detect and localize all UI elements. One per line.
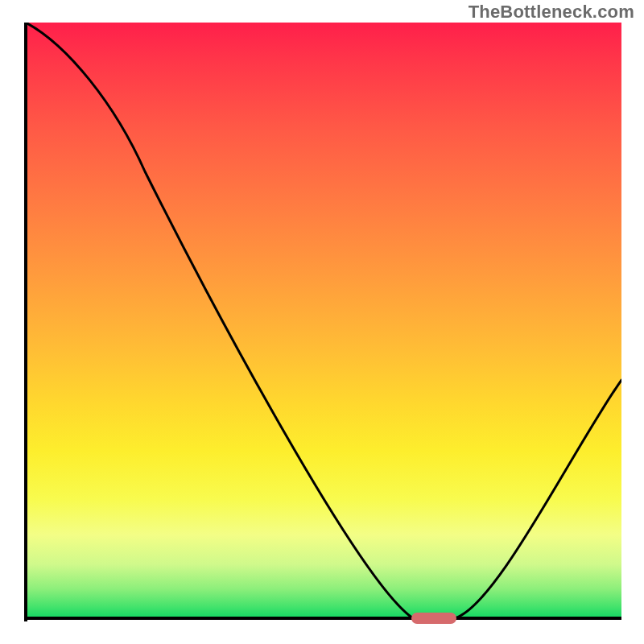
watermark-text: TheBottleneck.com (469, 2, 634, 23)
curve-path (26, 23, 621, 618)
optimal-range-marker (411, 613, 456, 624)
bottleneck-curve (26, 23, 621, 618)
chart-frame: TheBottleneck.com (0, 0, 644, 644)
